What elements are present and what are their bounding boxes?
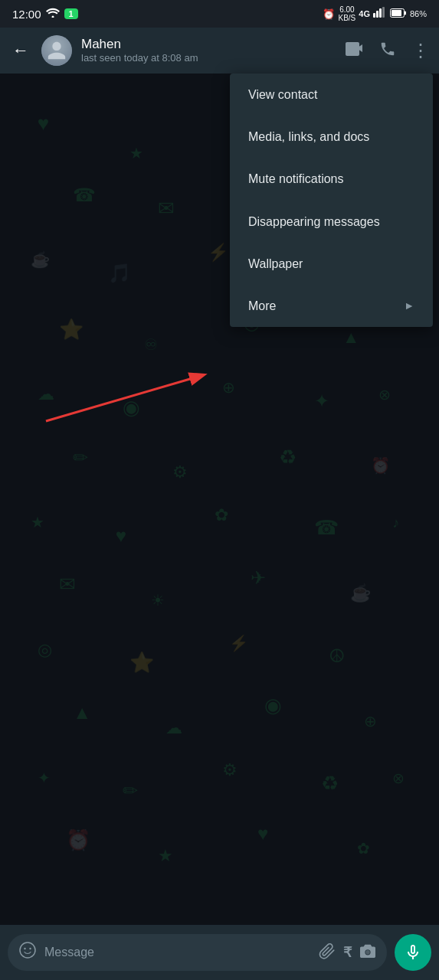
svg-point-64: [24, 948, 25, 949]
dropdown-menu: View contact Media, links, and docs Mute…: [230, 74, 433, 327]
menu-item-disappearing[interactable]: Disappearing messages: [230, 201, 433, 243]
svg-text:♥: ♥: [38, 113, 49, 134]
svg-text:☕: ☕: [31, 250, 51, 270]
svg-text:⚡: ⚡: [229, 634, 249, 653]
menu-item-media[interactable]: Media, links, and docs: [230, 116, 433, 158]
menu-item-more[interactable]: More ►: [230, 285, 433, 327]
svg-text:☁: ☁: [38, 384, 54, 403]
submenu-arrow-icon: ►: [404, 299, 414, 312]
svg-rect-6: [391, 10, 401, 16]
svg-text:♥: ♥: [257, 823, 268, 844]
toolbar-actions: ⋮: [346, 40, 430, 61]
notification-badge: 1: [64, 8, 78, 19]
svg-rect-4: [382, 7, 385, 18]
svg-point-65: [29, 948, 31, 949]
menu-item-label: Mute notifications: [248, 172, 344, 186]
status-bar: 12:00 1 ⏰ 6.00KB/S 4G: [0, 0, 439, 28]
svg-text:⊕: ⊕: [222, 379, 235, 396]
svg-text:☀: ☀: [151, 592, 165, 609]
rupee-button[interactable]: ₹: [343, 944, 352, 961]
svg-text:☎: ☎: [73, 185, 96, 205]
svg-text:⏰: ⏰: [66, 828, 91, 852]
svg-text:✦: ✦: [314, 390, 329, 411]
svg-text:★: ★: [31, 514, 44, 531]
svg-text:◉: ◉: [123, 397, 140, 418]
svg-text:⊗: ⊗: [392, 770, 405, 786]
menu-item-label: More: [248, 299, 276, 313]
back-button[interactable]: ←: [9, 38, 32, 64]
status-right: ⏰ 6.00KB/S 4G 86%: [323, 5, 427, 22]
svg-text:✿: ✿: [215, 505, 228, 524]
svg-rect-1: [373, 13, 375, 18]
status-left: 12:00 1: [12, 8, 78, 21]
svg-text:✉: ✉: [59, 573, 76, 595]
video-call-button[interactable]: [346, 42, 364, 60]
svg-text:✉: ✉: [158, 198, 175, 219]
avatar[interactable]: [41, 35, 72, 66]
speed-text: 6.00KB/S: [338, 5, 355, 22]
svg-rect-3: [379, 8, 382, 18]
svg-text:⊕: ⊕: [364, 713, 377, 730]
svg-rect-2: [376, 11, 378, 18]
menu-item-label: Disappearing messages: [248, 214, 380, 229]
svg-point-0: [51, 16, 54, 18]
menu-item-label: Wallpaper: [248, 256, 303, 271]
svg-text:♥: ♥: [116, 525, 126, 546]
svg-text:☁: ☁: [165, 718, 182, 737]
attach-button[interactable]: [319, 942, 336, 963]
menu-item-wallpaper[interactable]: Wallpaper: [230, 243, 433, 285]
svg-text:⚡: ⚡: [208, 242, 229, 263]
svg-text:♻: ♻: [279, 446, 296, 468]
phone-call-button[interactable]: [379, 41, 396, 61]
menu-item-mute[interactable]: Mute notifications: [230, 158, 433, 200]
signal-icon: [373, 7, 387, 21]
svg-text:☕: ☕: [350, 583, 372, 603]
wifi-icon: [46, 8, 60, 20]
battery-icon: [390, 7, 407, 21]
svg-text:✏: ✏: [73, 447, 88, 468]
contact-info: Mahen last seen today at 8:08 am: [81, 37, 336, 64]
svg-rect-7: [405, 11, 406, 15]
svg-text:✈: ✈: [251, 567, 266, 588]
svg-text:⊗: ⊗: [378, 387, 391, 403]
input-bar: Message ₹: [0, 925, 439, 980]
network-type: 4G: [359, 9, 370, 18]
alarm-icon: ⏰: [323, 8, 335, 20]
svg-text:◎: ◎: [38, 640, 52, 659]
svg-text:⚙: ⚙: [222, 760, 238, 779]
mic-button[interactable]: [395, 934, 431, 971]
svg-text:▲: ▲: [342, 328, 359, 347]
svg-text:★: ★: [158, 846, 173, 865]
emoji-button[interactable]: [18, 941, 37, 964]
svg-text:♻: ♻: [321, 773, 339, 794]
contact-name: Mahen: [81, 37, 336, 52]
svg-text:✏: ✏: [123, 780, 138, 801]
svg-point-63: [20, 942, 35, 958]
svg-text:⏰: ⏰: [371, 456, 391, 475]
svg-text:♾: ♾: [144, 336, 158, 353]
svg-text:⭐: ⭐: [129, 650, 155, 675]
svg-text:⚙: ⚙: [172, 462, 188, 482]
svg-text:▲: ▲: [73, 702, 91, 723]
more-options-button[interactable]: ⋮: [411, 40, 430, 61]
contact-status: last seen today at 8:08 am: [81, 52, 336, 64]
message-input-wrapper: Message ₹: [8, 934, 387, 971]
battery-percent: 86%: [410, 9, 427, 18]
toolbar: ← Mahen last seen today at 8:08 am ⋮: [0, 28, 439, 74]
svg-text:☮: ☮: [329, 645, 346, 666]
menu-item-label: Media, links, and docs: [248, 129, 369, 144]
svg-text:✦: ✦: [38, 769, 51, 786]
svg-text:⭐: ⭐: [59, 317, 84, 341]
svg-text:✿: ✿: [357, 840, 370, 857]
menu-item-view-contact[interactable]: View contact: [230, 74, 433, 116]
svg-text:◉: ◉: [264, 694, 282, 716]
menu-item-label: View contact: [248, 87, 317, 102]
svg-point-67: [365, 950, 369, 954]
message-placeholder: Message: [44, 946, 311, 959]
svg-text:♪: ♪: [392, 514, 399, 531]
svg-text:🎵: 🎵: [108, 262, 132, 284]
camera-button[interactable]: [359, 943, 376, 962]
svg-text:☎: ☎: [314, 517, 339, 538]
status-time: 12:00: [12, 8, 41, 21]
svg-text:★: ★: [129, 145, 143, 162]
